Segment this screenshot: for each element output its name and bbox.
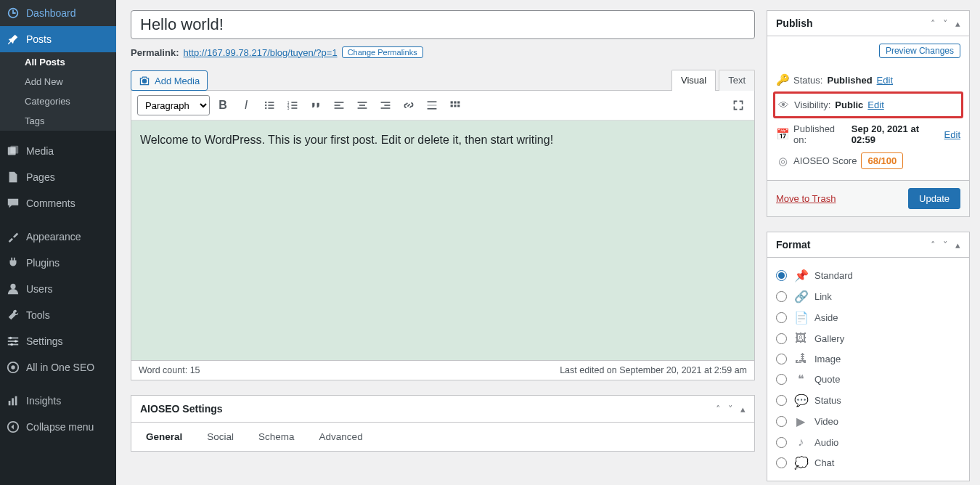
- align-left-button[interactable]: [329, 95, 349, 115]
- svg-rect-23: [291, 102, 297, 103]
- admin-sidebar: Dashboard Posts All Posts Add New Catego…: [0, 0, 116, 485]
- edit-status-link[interactable]: Edit: [877, 75, 893, 86]
- pin-icon: 📌: [794, 269, 807, 282]
- svg-point-20: [265, 107, 266, 109]
- menu-comments[interactable]: Comments: [0, 190, 116, 216]
- post-title-input[interactable]: [131, 10, 755, 39]
- fullscreen-button[interactable]: [728, 95, 748, 115]
- svg-rect-11: [9, 401, 11, 405]
- post-content: Welcome to WordPress. This is your first…: [140, 134, 553, 146]
- svg-rect-30: [335, 107, 344, 109]
- menu-pages[interactable]: Pages: [0, 164, 116, 190]
- aioseo-tab-general[interactable]: General: [146, 431, 182, 442]
- panel-up-icon[interactable]: ˄: [716, 404, 721, 415]
- format-image[interactable]: 🏞Image: [776, 349, 960, 369]
- panel-down-icon[interactable]: ˅: [943, 240, 948, 250]
- editor-content[interactable]: Welcome to WordPress. This is your first…: [131, 121, 754, 360]
- bold-button[interactable]: B: [213, 95, 233, 115]
- panel-toggle-icon[interactable]: ▴: [740, 404, 746, 415]
- menu-plugins[interactable]: Plugins: [0, 250, 116, 276]
- format-standard[interactable]: 📌Standard: [776, 265, 960, 286]
- format-chat[interactable]: 💭Chat: [776, 452, 960, 473]
- panel-up-icon[interactable]: ˄: [931, 240, 936, 250]
- readmore-button[interactable]: [422, 95, 442, 115]
- preview-button[interactable]: Preview Changes: [879, 44, 960, 58]
- menu-appearance[interactable]: Appearance: [0, 224, 116, 250]
- aioseo-tab-schema[interactable]: Schema: [258, 431, 295, 442]
- svg-rect-37: [428, 101, 437, 102]
- tab-text[interactable]: Text: [719, 70, 755, 91]
- change-permalinks-button[interactable]: Change Permalinks: [342, 46, 423, 58]
- submenu-add-new[interactable]: Add New: [0, 72, 116, 91]
- menu-collapse[interactable]: Collapse menu: [0, 414, 116, 440]
- panel-down-icon[interactable]: ˅: [728, 404, 733, 415]
- calendar-icon: 📅: [776, 128, 789, 141]
- aioseo-tab-advanced[interactable]: Advanced: [319, 431, 363, 442]
- menu-tools[interactable]: Tools: [0, 302, 116, 328]
- panel-up-icon[interactable]: ˄: [931, 18, 936, 29]
- publish-title: Publish: [776, 17, 813, 29]
- svg-rect-27: [291, 107, 297, 109]
- menu-users[interactable]: Users: [0, 276, 116, 302]
- svg-rect-12: [12, 398, 14, 405]
- update-button[interactable]: Update: [908, 188, 960, 209]
- italic-button[interactable]: I: [236, 95, 256, 115]
- panel-toggle-icon[interactable]: ▴: [955, 240, 960, 250]
- svg-rect-34: [381, 102, 391, 103]
- menu-dashboard[interactable]: Dashboard: [0, 0, 116, 26]
- move-to-trash-link[interactable]: Move to Trash: [776, 193, 836, 204]
- number-list-button[interactable]: 123: [282, 95, 303, 115]
- submenu-all-posts[interactable]: All Posts: [0, 52, 116, 72]
- paragraph-select[interactable]: Paragraph: [137, 95, 210, 115]
- status-row: 🔑 Status: Published Edit: [776, 70, 960, 90]
- aside-icon: 📄: [794, 311, 807, 325]
- menu-aioseo[interactable]: All in One SEO: [0, 354, 116, 380]
- posts-submenu: All Posts Add New Categories Tags: [0, 52, 116, 131]
- svg-rect-25: [291, 105, 297, 106]
- link-button[interactable]: [399, 95, 419, 115]
- format-status[interactable]: 💬Status: [776, 390, 960, 411]
- media-icon: [6, 144, 20, 158]
- panel-toggle-icon[interactable]: ▴: [955, 18, 960, 29]
- format-gallery[interactable]: 🖼Gallery: [776, 328, 960, 349]
- format-aside[interactable]: 📄Aside: [776, 307, 960, 328]
- permalink-url[interactable]: http://167.99.78.217/blog/tuyen/?p=1: [183, 47, 337, 58]
- pages-icon: [6, 170, 20, 184]
- pin-icon: [6, 32, 20, 46]
- bullet-list-button[interactable]: [259, 95, 279, 115]
- toolbar-toggle-button[interactable]: [445, 95, 465, 115]
- svg-point-2: [10, 284, 15, 289]
- aioseo-tab-social[interactable]: Social: [207, 431, 234, 442]
- users-icon: [6, 282, 20, 296]
- tools-icon: [6, 308, 20, 322]
- menu-insights[interactable]: Insights: [0, 388, 116, 414]
- video-icon: ▶: [794, 415, 807, 428]
- svg-rect-28: [335, 102, 344, 103]
- menu-settings[interactable]: Settings: [0, 328, 116, 354]
- editor-toolbar: Paragraph B I 123: [131, 91, 754, 121]
- quote-icon: ❝: [794, 372, 807, 386]
- svg-point-6: [9, 337, 12, 340]
- svg-point-15: [142, 79, 147, 83]
- tab-visual[interactable]: Visual: [671, 70, 716, 91]
- align-center-button[interactable]: [352, 95, 372, 115]
- format-audio[interactable]: ♪Audio: [776, 432, 960, 452]
- edit-visibility-link[interactable]: Edit: [867, 99, 883, 110]
- submenu-tags[interactable]: Tags: [0, 111, 116, 131]
- comments-icon: [6, 196, 20, 211]
- align-right-button[interactable]: [375, 95, 396, 115]
- menu-posts[interactable]: Posts: [0, 26, 116, 52]
- permalink-label: Permalink:: [131, 47, 179, 58]
- svg-rect-21: [268, 107, 274, 109]
- menu-media[interactable]: Media: [0, 138, 116, 164]
- svg-text:3: 3: [287, 107, 290, 110]
- add-media-button[interactable]: Add Media: [131, 70, 208, 91]
- submenu-categories[interactable]: Categories: [0, 91, 116, 111]
- panel-down-icon[interactable]: ˅: [943, 18, 948, 29]
- format-quote[interactable]: ❝Quote: [776, 369, 960, 390]
- eye-icon: 👁: [777, 99, 790, 111]
- blockquote-button[interactable]: [306, 95, 326, 115]
- format-video[interactable]: ▶Video: [776, 411, 960, 432]
- format-link[interactable]: 🔗Link: [776, 286, 960, 307]
- edit-date-link[interactable]: Edit: [944, 129, 960, 140]
